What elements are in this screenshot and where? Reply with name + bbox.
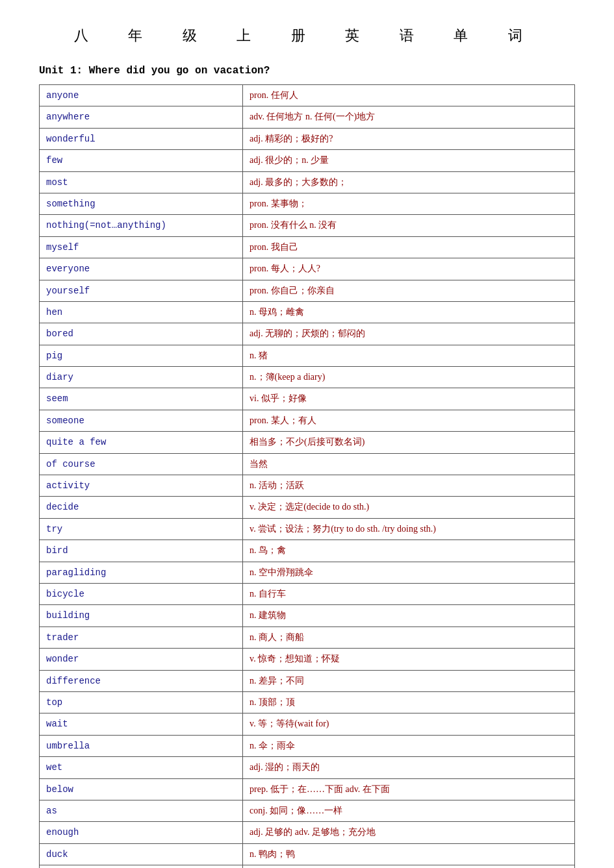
table-row: belowprep. 低于；在……下面 adv. 在下面 — [40, 778, 575, 800]
word-cell: try — [40, 518, 243, 539]
word-cell: duck — [40, 843, 243, 865]
word-cell: pig — [40, 345, 243, 366]
definition-cell: adj. 无聊的；厌烦的；郁闷的 — [243, 323, 575, 345]
definition-cell: n. 差异；不同 — [243, 670, 575, 691]
table-row: of course当然 — [40, 453, 575, 475]
table-row: duckn. 鸭肉；鸭 — [40, 843, 575, 865]
table-row: seemvi. 似乎；好像 — [40, 388, 575, 410]
definition-cell: adj. 很少的；n. 少量 — [243, 150, 575, 171]
vocabulary-table: anyonepron. 任何人anywhereadv. 任何地方 n. 任何(一… — [39, 84, 575, 868]
table-row: tradern. 商人；商船 — [40, 626, 575, 648]
word-cell: bored — [40, 323, 243, 345]
table-row: wetadj. 湿的；雨天的 — [40, 757, 575, 778]
table-row: wonderfuladj. 精彩的；极好的? — [40, 128, 575, 149]
definition-cell: n. 顶部；顶 — [243, 691, 575, 713]
word-cell: umbrella — [40, 735, 243, 756]
word-cell: bicycle — [40, 583, 243, 604]
definition-cell: n. 母鸡；雌禽 — [243, 301, 575, 323]
word-cell: activity — [40, 475, 243, 497]
table-row: boredadj. 无聊的；厌烦的；郁闷的 — [40, 323, 575, 345]
table-row: hungry(反 full)adj. 饥饿的；渴望的 — [40, 865, 575, 868]
word-cell: most — [40, 171, 243, 193]
table-row: fewadj. 很少的；n. 少量 — [40, 150, 575, 171]
word-cell: wet — [40, 757, 243, 778]
table-row: everyonepron. 每人；人人? — [40, 258, 575, 280]
table-row: tryv. 尝试；设法；努力(try to do sth. /try doing… — [40, 518, 575, 539]
table-row: nothing(=not…anything)pron. 没有什么 n. 没有 — [40, 215, 575, 236]
word-cell: something — [40, 193, 243, 214]
definition-cell: n. 鸭肉；鸭 — [243, 843, 575, 865]
table-row: waitv. 等；等待(wait for) — [40, 713, 575, 735]
word-cell: building — [40, 605, 243, 626]
table-row: quite a few相当多；不少(后接可数名词) — [40, 432, 575, 453]
word-cell: trader — [40, 626, 243, 648]
definition-cell: n. 建筑物 — [243, 605, 575, 626]
definition-cell: n. 猪 — [243, 345, 575, 366]
definition-cell: adj. 湿的；雨天的 — [243, 757, 575, 778]
definition-cell: prep. 低于；在……下面 adv. 在下面 — [243, 778, 575, 800]
table-row: diaryn.；簿(keep a diary) — [40, 367, 575, 388]
table-row: umbrellan. 伞；雨伞 — [40, 735, 575, 756]
table-row: topn. 顶部；顶 — [40, 691, 575, 713]
definition-cell: n. 空中滑翔跳伞 — [243, 562, 575, 583]
table-row: differencen. 差异；不同 — [40, 670, 575, 691]
definition-cell: pron. 某人；有人 — [243, 410, 575, 431]
table-row: yourselfpron. 你自己；你亲自 — [40, 280, 575, 301]
definition-cell: n. 活动；活跃 — [243, 475, 575, 497]
word-cell: top — [40, 691, 243, 713]
word-cell: anywhere — [40, 106, 243, 128]
table-row: pign. 猪 — [40, 345, 575, 366]
definition-cell: pron. 你自己；你亲自 — [243, 280, 575, 301]
table-row: enoughadj. 足够的 adv. 足够地；充分地 — [40, 822, 575, 843]
definition-cell: pron. 我自己 — [243, 236, 575, 258]
definition-cell: n. 商人；商船 — [243, 626, 575, 648]
word-cell: myself — [40, 236, 243, 258]
word-cell: diary — [40, 367, 243, 388]
word-cell: quite a few — [40, 432, 243, 453]
word-cell: wait — [40, 713, 243, 735]
definition-cell: n.；簿(keep a diary) — [243, 367, 575, 388]
table-row: activityn. 活动；活跃 — [40, 475, 575, 497]
definition-cell: v. 决定；选定(decide to do sth.) — [243, 497, 575, 518]
table-row: birdn. 鸟；禽 — [40, 540, 575, 562]
word-cell: wonder — [40, 649, 243, 670]
definition-cell: pron. 任何人 — [243, 85, 575, 106]
definition-cell: conj. 如同；像……一样 — [243, 800, 575, 821]
definition-cell: v. 尝试；设法；努力(try to do sth. /try doing st… — [243, 518, 575, 539]
word-cell: seem — [40, 388, 243, 410]
table-row: henn. 母鸡；雌禽 — [40, 301, 575, 323]
definition-cell: n. 鸟；禽 — [243, 540, 575, 562]
table-row: asconj. 如同；像……一样 — [40, 800, 575, 821]
table-row: mostadj. 最多的；大多数的； — [40, 171, 575, 193]
table-row: buildingn. 建筑物 — [40, 605, 575, 626]
definition-cell: pron. 没有什么 n. 没有 — [243, 215, 575, 236]
table-row: paraglidingn. 空中滑翔跳伞 — [40, 562, 575, 583]
page-title: 八 年 级 上 册 英 语 单 词 — [39, 26, 575, 45]
table-row: bicyclen. 自行车 — [40, 583, 575, 604]
word-cell: someone — [40, 410, 243, 431]
definition-cell: pron. 某事物； — [243, 193, 575, 214]
definition-cell: adj. 最多的；大多数的； — [243, 171, 575, 193]
word-cell: enough — [40, 822, 243, 843]
definition-cell: v. 等；等待(wait for) — [243, 713, 575, 735]
word-cell: anyone — [40, 85, 243, 106]
definition-cell: n. 自行车 — [243, 583, 575, 604]
table-row: anywhereadv. 任何地方 n. 任何(一个)地方 — [40, 106, 575, 128]
table-row: myselfpron. 我自己 — [40, 236, 575, 258]
word-cell: as — [40, 800, 243, 821]
word-cell: nothing(=not…anything) — [40, 215, 243, 236]
definition-cell: adv. 任何地方 n. 任何(一个)地方 — [243, 106, 575, 128]
table-row: somethingpron. 某事物； — [40, 193, 575, 214]
word-cell: hungry(反 full) — [40, 865, 243, 868]
word-cell: decide — [40, 497, 243, 518]
word-cell: of course — [40, 453, 243, 475]
table-row: decidev. 决定；选定(decide to do sth.) — [40, 497, 575, 518]
word-cell: difference — [40, 670, 243, 691]
definition-cell: n. 伞；雨伞 — [243, 735, 575, 756]
word-cell: hen — [40, 301, 243, 323]
word-cell: below — [40, 778, 243, 800]
definition-cell: 当然 — [243, 453, 575, 475]
definition-cell: adj. 精彩的；极好的? — [243, 128, 575, 149]
definition-cell: v. 惊奇；想知道；怀疑 — [243, 649, 575, 670]
definition-cell: vi. 似乎；好像 — [243, 388, 575, 410]
